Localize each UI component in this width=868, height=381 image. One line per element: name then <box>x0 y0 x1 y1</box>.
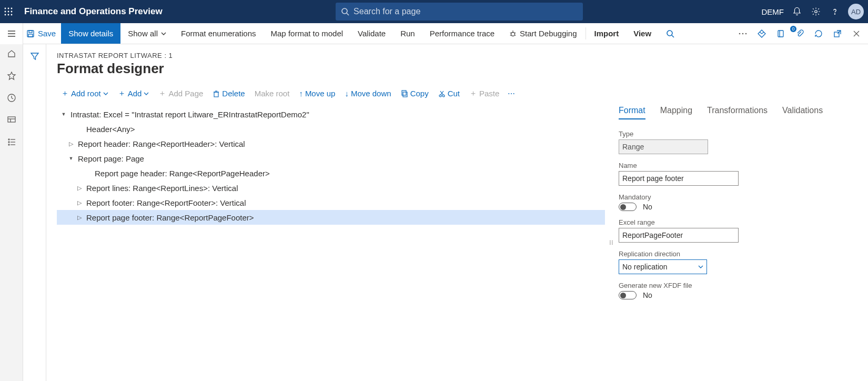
toolbar-more-icon[interactable]: ⋯ <box>504 89 518 98</box>
copy-icon <box>401 90 408 97</box>
add-page-button: ＋Add Page <box>154 86 207 101</box>
modules-icon[interactable] <box>4 135 19 149</box>
home-icon[interactable] <box>4 46 19 61</box>
tree-node-label: Report lines: Range<ReportLines>: Vertic… <box>84 184 238 193</box>
tab-validations[interactable]: Validations <box>782 104 823 119</box>
drive-icon[interactable] <box>774 27 787 40</box>
tree-node-label: Report page header: Range<ReportPageHead… <box>93 169 270 178</box>
tab-transformations[interactable]: Transformations <box>707 104 768 119</box>
replication-select[interactable]: No replication <box>619 259 707 274</box>
xfdf-toggle[interactable] <box>619 291 637 299</box>
svg-line-22 <box>515 33 516 33</box>
recent-icon[interactable] <box>4 91 19 105</box>
svg-point-42 <box>8 142 9 143</box>
move-up-button[interactable]: ↑Move up <box>295 87 339 100</box>
save-button[interactable]: Save <box>23 23 61 44</box>
user-avatar[interactable]: AD <box>848 4 864 19</box>
cmdbar-search-icon[interactable] <box>659 23 682 44</box>
import-button[interactable]: Import <box>587 23 627 44</box>
tree-row[interactable]: ▼Report page: Page <box>57 151 605 166</box>
attachments-icon[interactable]: 0 <box>793 27 806 40</box>
search-placeholder: Search for a page <box>354 7 420 16</box>
splitter[interactable]: ⁞⁞ <box>607 104 615 381</box>
cut-button[interactable]: Cut <box>434 87 464 100</box>
run-button[interactable]: Run <box>393 23 422 44</box>
search-icon <box>341 7 349 16</box>
help-icon[interactable] <box>829 6 841 17</box>
chevron-down-icon <box>144 91 149 96</box>
svg-point-5 <box>11 11 13 13</box>
filter-rail <box>23 44 46 381</box>
nav-hamburger-icon[interactable] <box>0 23 23 44</box>
product-title: Finance and Operations Preview <box>24 6 163 17</box>
workspace-icon[interactable] <box>4 113 19 127</box>
type-label: Type <box>619 130 855 138</box>
validate-button[interactable]: Validate <box>350 23 393 44</box>
notifications-icon[interactable] <box>791 6 803 17</box>
tree-row[interactable]: ▷Report lines: Range<ReportLines>: Verti… <box>57 181 605 195</box>
mandatory-toggle[interactable] <box>619 203 637 211</box>
tree-row[interactable]: ▼Intrastat: Excel = "Intrastat report Li… <box>57 107 605 122</box>
copy-button[interactable]: Copy <box>397 87 433 100</box>
svg-point-3 <box>5 11 6 13</box>
global-search[interactable]: Search for a page <box>336 3 583 21</box>
show-all-button[interactable]: Show all <box>120 23 174 44</box>
name-label: Name <box>619 162 855 169</box>
svg-point-9 <box>342 8 347 14</box>
performance-trace-button[interactable]: Performance trace <box>422 23 502 44</box>
svg-line-21 <box>510 33 511 33</box>
expand-icon[interactable]: ▷ <box>75 185 84 192</box>
format-tree[interactable]: ▼Intrastat: Excel = "Intrastat report Li… <box>57 104 607 381</box>
svg-line-26 <box>672 35 674 37</box>
svg-point-25 <box>667 31 672 36</box>
start-debugging-button[interactable]: Start Debugging <box>502 23 584 44</box>
view-button[interactable]: View <box>626 23 659 44</box>
svg-rect-30 <box>778 31 783 37</box>
cut-icon <box>438 90 446 97</box>
svg-point-19 <box>511 32 515 36</box>
svg-point-6 <box>5 14 6 16</box>
tree-row[interactable]: ▷Report footer: Range<ReportFooter>: Ver… <box>57 195 605 210</box>
tree-row[interactable]: ▷Report page footer: Range<ReportPageFoo… <box>57 210 605 225</box>
xfdf-label: Generate new XFDF file <box>619 282 855 289</box>
expand-icon[interactable]: ▷ <box>75 199 84 206</box>
popout-icon[interactable] <box>831 27 844 40</box>
company-label[interactable]: DEMF <box>762 7 784 16</box>
more-icon[interactable] <box>736 27 749 40</box>
tab-mapping[interactable]: Mapping <box>660 104 692 119</box>
add-root-button[interactable]: ＋Add root <box>57 86 113 101</box>
format-enumerations-button[interactable]: Format enumerations <box>174 23 264 44</box>
map-format-button[interactable]: Map format to model <box>264 23 351 44</box>
tree-row[interactable]: ▷Report header: Range<ReportHeader>: Ver… <box>57 136 605 151</box>
expand-icon[interactable]: ▷ <box>75 214 84 221</box>
excel-range-field[interactable]: ReportPageFooter <box>619 228 739 243</box>
name-field[interactable]: Report page footer <box>619 171 739 186</box>
filter-icon[interactable] <box>30 52 39 61</box>
svg-rect-50 <box>402 91 406 95</box>
collapse-icon[interactable]: ▼ <box>59 112 68 117</box>
move-down-button[interactable]: ↓Move down <box>340 87 395 100</box>
svg-point-0 <box>5 8 6 9</box>
add-button[interactable]: ＋Add <box>114 86 154 101</box>
tree-row[interactable]: Report page header: Range<ReportPageHead… <box>57 166 605 181</box>
make-root-button: Make root <box>250 87 294 100</box>
breadcrumb: INTRASTAT REPORT LITWARE : 1 <box>57 52 868 59</box>
delete-button[interactable]: Delete <box>208 87 249 100</box>
type-field: Range <box>619 139 708 154</box>
svg-rect-46 <box>214 92 218 97</box>
mandatory-value: No <box>643 203 652 211</box>
collapse-icon[interactable]: ▼ <box>66 156 76 161</box>
show-details-button[interactable]: Show details <box>61 23 120 44</box>
tab-format[interactable]: Format <box>619 104 645 119</box>
close-icon[interactable] <box>850 27 863 40</box>
diamond-icon[interactable] <box>755 27 768 40</box>
tree-row[interactable]: Header<Any> <box>57 122 605 136</box>
paste-button: ＋Paste <box>465 86 503 101</box>
expand-icon[interactable]: ▷ <box>66 141 76 147</box>
svg-rect-49 <box>403 92 407 97</box>
app-launcher-icon[interactable] <box>4 7 21 16</box>
svg-point-2 <box>11 8 13 9</box>
settings-icon[interactable] <box>810 6 822 17</box>
refresh-icon[interactable] <box>812 27 825 40</box>
favorite-icon[interactable] <box>4 68 19 83</box>
